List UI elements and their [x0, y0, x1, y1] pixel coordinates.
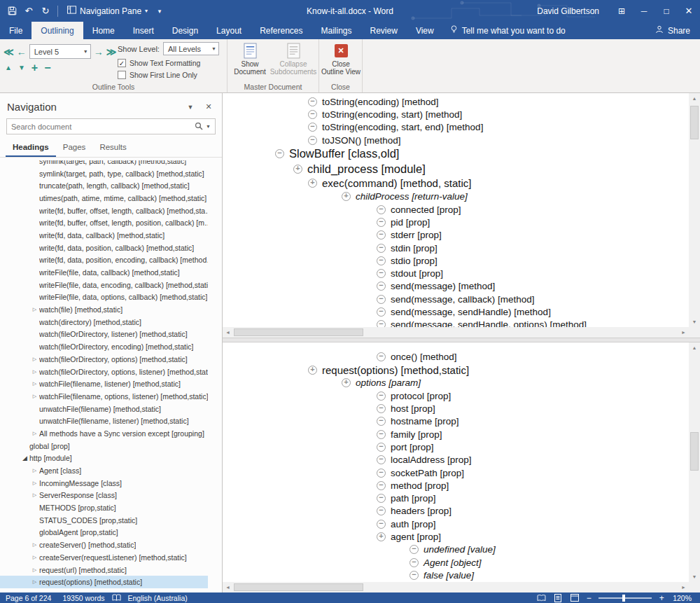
expand-circle-icon[interactable]: +	[342, 192, 351, 201]
chevron-right-icon[interactable]: ▷	[30, 394, 39, 399]
collapse-circle-icon[interactable]: −	[377, 455, 386, 464]
tab-insert[interactable]: Insert	[124, 22, 163, 39]
zoom-slider[interactable]	[598, 597, 652, 599]
outline-row[interactable]: −auth [prop]	[223, 518, 689, 530]
word-count[interactable]: 19350 words	[57, 594, 110, 602]
outline-row[interactable]: −toString(encoding) [method]	[223, 95, 689, 108]
scroll-up-icon[interactable]: ▲	[689, 342, 700, 353]
outline-row[interactable]: −localAddress [prop]	[223, 454, 689, 466]
nav-tab-headings[interactable]: Headings	[6, 141, 56, 157]
nav-heading-item[interactable]: watch(directory) [method,static]	[0, 316, 208, 328]
collapse-circle-icon[interactable]: −	[377, 404, 386, 413]
collapse-circle-icon[interactable]: −	[308, 110, 317, 119]
nav-heading-item[interactable]: writeFile(file, data, encoding, callback…	[0, 279, 208, 291]
collapse-circle-icon[interactable]: −	[377, 244, 386, 253]
split-bar[interactable]	[223, 338, 700, 342]
chevron-right-icon[interactable]: ▷	[30, 567, 39, 573]
outline-level-select[interactable]: Level 5 ▼	[29, 44, 91, 59]
nav-heading-item[interactable]: watch(fileOrDirectory, listener) [method…	[0, 328, 208, 341]
signed-in-user[interactable]: David Gilbertson	[537, 6, 599, 16]
zoom-out-icon[interactable]: −	[583, 593, 594, 603]
expand-circle-icon[interactable]: +	[293, 165, 302, 174]
collapse-circle-icon[interactable]: −	[377, 230, 386, 240]
chevron-right-icon[interactable]: ▷	[30, 369, 39, 375]
scrollbar-thumb[interactable]	[234, 583, 363, 591]
collapse-circle-icon[interactable]: −	[377, 256, 386, 265]
nav-heading-item[interactable]: write(fd, data, position, encoding, call…	[0, 254, 208, 267]
collapse-circle-icon[interactable]: −	[377, 391, 386, 401]
outline-row[interactable]: −stderr [prop]	[223, 229, 689, 242]
collapse-circle-icon[interactable]: −	[377, 282, 386, 291]
nav-heading-item[interactable]: writeFile(file, data, options, callback)…	[0, 291, 208, 304]
nav-tab-results[interactable]: Results	[92, 141, 133, 157]
nav-heading-item[interactable]: truncate(path, length, callback) [method…	[0, 179, 208, 192]
promote-icon[interactable]: ←	[17, 47, 27, 57]
scroll-left-icon[interactable]: ◄	[223, 582, 233, 592]
nav-heading-item[interactable]: unwatchFile(filename, listener) [method,…	[0, 415, 208, 427]
nav-heading-item[interactable]: ▷watchFile(filename, listener) [method,s…	[0, 377, 208, 390]
search-input[interactable]	[11, 123, 195, 131]
outline-row[interactable]: +agent [prop]	[223, 530, 689, 543]
search-box[interactable]: ▼	[6, 118, 216, 134]
scroll-right-icon[interactable]: ►	[678, 582, 689, 592]
nav-heading-item[interactable]: global [prop]	[0, 440, 208, 452]
nav-heading-item[interactable]: ▷request(url) [method,static]	[0, 564, 208, 576]
nav-heading-item[interactable]: utimes(path, atime, mtime, callback) [me…	[0, 192, 208, 205]
horizontal-scrollbar-top[interactable]: ◄ ►	[223, 327, 689, 338]
collapse-circle-icon[interactable]: −	[377, 430, 386, 439]
collapse-circle-icon[interactable]: −	[377, 295, 386, 304]
nav-heading-item[interactable]: globalAgent [prop,static]	[0, 527, 208, 539]
chevron-right-icon[interactable]: ▷	[30, 579, 39, 585]
move-down-icon[interactable]: ▼	[18, 63, 25, 73]
nav-heading-item[interactable]: METHODS [prop,static]	[0, 501, 208, 514]
nav-heading-item[interactable]: ◢http [module]	[0, 452, 208, 465]
scrollbar-thumb[interactable]	[690, 432, 699, 471]
nav-heading-item[interactable]: unwatchFile(filename) [method,static]	[0, 403, 208, 415]
nav-heading-item[interactable]: ▷Agent [class]	[0, 464, 208, 477]
outline-row[interactable]: −stdio [prop]	[223, 254, 689, 267]
scroll-left-icon[interactable]: ◄	[223, 327, 233, 338]
nav-heading-item[interactable]: symlink(target, path, type, callback) [m…	[0, 167, 208, 180]
collapse-circle-icon[interactable]: −	[377, 205, 386, 214]
zoom-in-icon[interactable]: +	[656, 593, 667, 603]
tab-review[interactable]: Review	[361, 22, 407, 39]
collapse-circle-icon[interactable]: −	[410, 545, 419, 554]
show-text-formatting-checkbox[interactable]: ✓ Show Text Formatting	[118, 59, 200, 67]
customize-qat-button[interactable]: ▾	[154, 3, 165, 20]
chevron-right-icon[interactable]: ▷	[30, 356, 39, 362]
nav-heading-item[interactable]: ▷watch(fileOrDirectory, options, listene…	[0, 366, 208, 378]
outline-row[interactable]: +child_process [module]	[223, 162, 689, 177]
navigation-pane-toggle-button[interactable]: Navigation Pane ▾	[62, 3, 153, 20]
promote-to-heading1-icon[interactable]: ≪	[4, 47, 14, 57]
collapse-circle-icon[interactable]: −	[377, 443, 386, 452]
outline-row[interactable]: −Agent [object]	[223, 556, 689, 569]
nav-heading-item[interactable]: symlink(target, path, callback) [method,…	[0, 160, 208, 167]
nav-heading-item[interactable]: ▷createServer() [method,static]	[0, 539, 208, 551]
print-layout-icon[interactable]	[550, 594, 566, 602]
chevron-right-icon[interactable]: ▷	[30, 542, 39, 548]
scrollbar-thumb[interactable]	[690, 106, 699, 139]
collapse-circle-icon[interactable]: −	[410, 558, 419, 567]
nav-heading-item[interactable]: ▷ServerResponse [class]	[0, 490, 208, 502]
collapse-circle-icon[interactable]: −	[377, 520, 386, 529]
share-button[interactable]: Share	[655, 22, 690, 39]
nav-heading-item[interactable]: write(fd, buffer, offset, length, positi…	[0, 216, 208, 229]
show-document-button[interactable]: Show Document	[229, 41, 271, 82]
collapse-circle-icon[interactable]: −	[308, 97, 317, 106]
chevron-right-icon[interactable]: ▷	[30, 555, 39, 560]
minimize-button[interactable]: ─	[633, 0, 655, 22]
zoom-level[interactable]: 120%	[667, 594, 700, 602]
collapse-circle-icon[interactable]: −	[377, 417, 386, 426]
outline-row[interactable]: −path [prop]	[223, 492, 689, 504]
tab-design[interactable]: Design	[163, 22, 207, 39]
chevron-right-icon[interactable]: ▷	[30, 492, 39, 498]
outline-row[interactable]: +options [param]	[223, 377, 689, 389]
outline-row[interactable]: −host [prop]	[223, 402, 689, 415]
outline-row[interactable]: +exec(command) [method, static]	[223, 176, 689, 190]
outline-row[interactable]: −port [prop]	[223, 441, 689, 453]
outline-row[interactable]: −toString(encoding, start) [method]	[223, 108, 689, 120]
outline-row[interactable]: −toJSON() [method]	[223, 134, 689, 146]
outline-row[interactable]: −headers [prop]	[223, 505, 689, 518]
tab-outlining[interactable]: Outlining	[31, 22, 83, 39]
collapse-circle-icon[interactable]: −	[275, 149, 284, 158]
